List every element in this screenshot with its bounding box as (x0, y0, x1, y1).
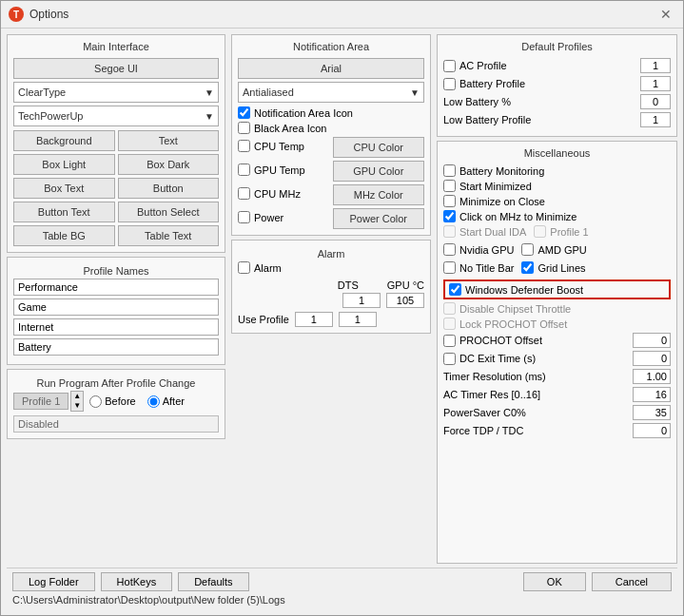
cpu-temp-checkbox[interactable] (238, 140, 250, 152)
disable-chipset-checkbox[interactable] (443, 302, 456, 315)
no-title-bar-checkbox[interactable] (443, 261, 456, 274)
power-checkbox[interactable] (238, 211, 250, 223)
cpu-mhz-checkbox[interactable] (238, 187, 250, 200)
button-text-button[interactable]: Button Text (13, 202, 115, 222)
mid-column: Notification Area Arial Antialiased ▼ No… (231, 34, 431, 564)
gpu-color-button[interactable]: GPU Color (333, 161, 425, 182)
text-button[interactable]: Text (118, 130, 220, 151)
theme-dropdown[interactable]: TechPowerUp ▼ (13, 106, 219, 126)
ok-button[interactable]: OK (523, 572, 586, 591)
profile-name-3[interactable] (13, 318, 219, 336)
nvidia-gpu-checkbox[interactable] (443, 243, 456, 256)
prochot-offset-input[interactable] (633, 333, 671, 348)
dp-battery-profile-row: Battery Profile (443, 76, 671, 91)
hotkeys-button[interactable]: HotKeys (101, 572, 173, 591)
button-select-button[interactable]: Button Select (118, 202, 220, 222)
start-minimized-checkbox[interactable] (443, 180, 456, 192)
powersaver-input[interactable] (633, 405, 671, 420)
dc-exit-time-input[interactable] (633, 351, 671, 366)
theme-dropdown-arrow: ▼ (205, 111, 214, 122)
ok-cancel-buttons: OK Cancel (523, 572, 672, 591)
misc-title: Miscellaneous (443, 147, 671, 159)
after-radio[interactable] (147, 395, 160, 408)
battery-monitoring-checkbox[interactable] (443, 164, 456, 177)
box-light-button[interactable]: Box Light (13, 154, 115, 175)
nvidia-gpu-row: Nvidia GPU (443, 243, 514, 256)
defaults-button[interactable]: Defaults (178, 572, 248, 591)
rendering-dropdown[interactable]: ClearType ▼ (13, 82, 219, 103)
notif-rendering-dropdown[interactable]: Antialiased ▼ (238, 82, 424, 103)
profile-spinner-up[interactable]: ▲ (71, 392, 83, 401)
black-area-icon-checkbox[interactable] (238, 122, 250, 134)
dc-exit-time-checkbox[interactable] (443, 353, 456, 365)
battery-profile-checkbox[interactable] (443, 78, 456, 90)
ac-profile-input[interactable] (640, 58, 671, 73)
minimize-on-close-row: Minimize on Close (443, 195, 671, 207)
force-tdp-row: Force TDP / TDC (443, 423, 671, 438)
prochot-offset-checkbox[interactable] (443, 335, 456, 347)
after-radio-label[interactable]: After (147, 395, 185, 408)
low-battery-pct-input[interactable] (640, 94, 671, 109)
low-battery-profile-input[interactable] (640, 112, 671, 127)
box-text-button[interactable]: Box Text (13, 178, 115, 199)
mhz-color-button[interactable]: MHz Color (333, 184, 425, 205)
profile-name-4[interactable] (13, 338, 219, 356)
before-after-radios: Before After (89, 395, 185, 408)
grid-lines-checkbox[interactable] (521, 261, 534, 274)
start-dual-ida-checkbox[interactable] (443, 225, 456, 238)
button-button[interactable]: Button (118, 178, 220, 199)
background-button[interactable]: Background (13, 130, 115, 151)
alarm-panel: Alarm Alarm DTS GPU °C Use Profile (231, 240, 431, 334)
cpu-color-button[interactable]: CPU Color (333, 137, 425, 158)
alarm-title: Alarm (238, 248, 424, 260)
use-profile-input-1[interactable] (295, 312, 333, 327)
start-minimized-row: Start Minimized (443, 180, 671, 192)
profile-name-2[interactable] (13, 298, 219, 316)
no-title-bar-row: No Title Bar (443, 261, 514, 274)
power-color-button[interactable]: Power Color (333, 208, 425, 229)
force-tdp-input[interactable] (633, 423, 671, 438)
alarm-dts-input[interactable] (342, 293, 381, 308)
table-bg-button[interactable]: Table BG (13, 225, 115, 246)
close-button[interactable]: ✕ (656, 7, 675, 22)
profile1-check-checkbox[interactable] (534, 225, 546, 238)
battery-profile-input[interactable] (640, 76, 671, 91)
alarm-checkbox[interactable] (238, 261, 250, 274)
program-path-input[interactable] (13, 415, 219, 433)
notification-area-title: Notification Area (238, 41, 424, 52)
amd-gpu-row: AMD GPU (521, 243, 586, 256)
use-profile-input-2[interactable] (339, 312, 377, 327)
cpu-temp-row: CPU Temp (238, 137, 330, 155)
timer-resolution-row: Timer Resolution (ms) (443, 369, 671, 384)
app-icon: T (9, 7, 24, 22)
left-column: Main Interface Segoe UI ClearType ▼ Tech… (7, 34, 225, 564)
notif-dropdown-arrow: ▼ (410, 87, 420, 98)
notif-area-icon-checkbox[interactable] (238, 106, 250, 119)
gpu-temp-checkbox[interactable] (238, 164, 250, 176)
before-radio[interactable] (89, 395, 102, 408)
notif-font-button[interactable]: Arial (238, 58, 424, 79)
start-dual-ida-row: Start Dual IDA (443, 225, 526, 238)
box-dark-button[interactable]: Box Dark (118, 154, 220, 175)
ac-timer-res-input[interactable] (633, 387, 671, 402)
alarm-gpu-input[interactable] (386, 293, 424, 308)
click-mhz-checkbox[interactable] (443, 210, 456, 222)
lock-prochot-checkbox[interactable] (443, 318, 456, 330)
profile1-button[interactable]: Profile 1 (13, 393, 68, 410)
before-radio-label[interactable]: Before (89, 395, 135, 408)
log-folder-button[interactable]: Log Folder (12, 572, 95, 591)
dp-low-battery-profile-row: Low Battery Profile (443, 112, 671, 127)
profile-spinner-down[interactable]: ▼ (71, 401, 83, 411)
profile-name-1[interactable] (13, 279, 219, 296)
bottom-controls: Log Folder HotKeys Defaults OK Cancel (12, 572, 672, 591)
windows-defender-checkbox[interactable] (449, 283, 461, 296)
main-content-row: Main Interface Segoe UI ClearType ▼ Tech… (7, 34, 677, 564)
minimize-on-close-checkbox[interactable] (443, 195, 456, 207)
timer-resolution-input[interactable] (633, 369, 671, 384)
font-button[interactable]: Segoe UI (13, 58, 219, 79)
amd-gpu-checkbox[interactable] (521, 243, 534, 256)
ac-profile-checkbox[interactable] (443, 60, 456, 72)
default-profiles-panel: Default Profiles AC Profile Battery Prof… (437, 34, 677, 137)
table-text-button[interactable]: Table Text (118, 225, 220, 246)
cancel-button[interactable]: Cancel (592, 572, 672, 591)
